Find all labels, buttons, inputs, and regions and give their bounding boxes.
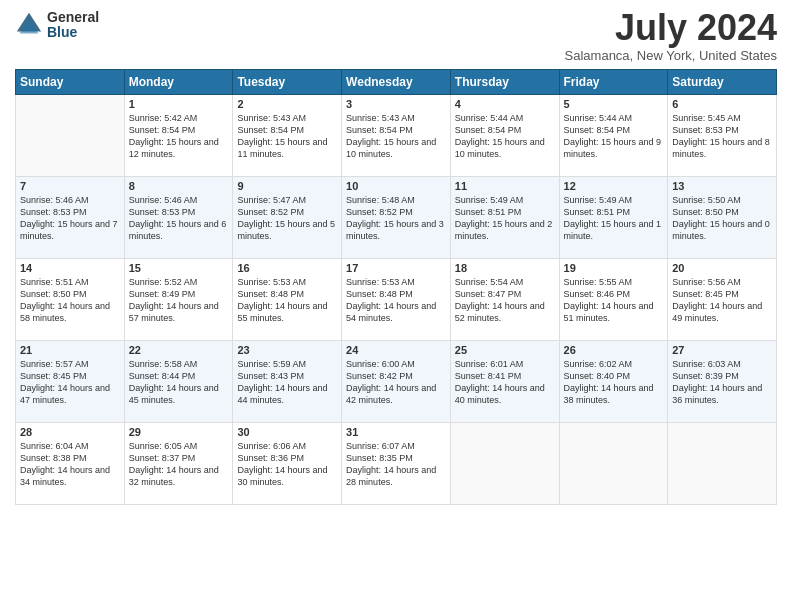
day-info: Sunrise: 5:50 AM Sunset: 8:50 PM Dayligh…: [672, 194, 772, 243]
day-number: 2: [237, 98, 337, 110]
day-info: Sunrise: 5:49 AM Sunset: 8:51 PM Dayligh…: [564, 194, 664, 243]
col-thursday: Thursday: [450, 70, 559, 95]
day-number: 22: [129, 344, 229, 356]
table-row: 12Sunrise: 5:49 AM Sunset: 8:51 PM Dayli…: [559, 177, 668, 259]
day-info: Sunrise: 6:07 AM Sunset: 8:35 PM Dayligh…: [346, 440, 446, 489]
day-info: Sunrise: 5:55 AM Sunset: 8:46 PM Dayligh…: [564, 276, 664, 325]
day-number: 21: [20, 344, 120, 356]
day-number: 7: [20, 180, 120, 192]
table-row: 30Sunrise: 6:06 AM Sunset: 8:36 PM Dayli…: [233, 423, 342, 505]
day-number: 1: [129, 98, 229, 110]
logo-text: General Blue: [47, 10, 99, 41]
day-number: 12: [564, 180, 664, 192]
calendar-week-row: 21Sunrise: 5:57 AM Sunset: 8:45 PM Dayli…: [16, 341, 777, 423]
day-number: 15: [129, 262, 229, 274]
day-info: Sunrise: 5:54 AM Sunset: 8:47 PM Dayligh…: [455, 276, 555, 325]
day-number: 16: [237, 262, 337, 274]
table-row: 31Sunrise: 6:07 AM Sunset: 8:35 PM Dayli…: [342, 423, 451, 505]
day-number: 10: [346, 180, 446, 192]
day-info: Sunrise: 5:59 AM Sunset: 8:43 PM Dayligh…: [237, 358, 337, 407]
table-row: 24Sunrise: 6:00 AM Sunset: 8:42 PM Dayli…: [342, 341, 451, 423]
day-info: Sunrise: 5:45 AM Sunset: 8:53 PM Dayligh…: [672, 112, 772, 161]
table-row: 15Sunrise: 5:52 AM Sunset: 8:49 PM Dayli…: [124, 259, 233, 341]
day-number: 26: [564, 344, 664, 356]
table-row: [16, 95, 125, 177]
day-info: Sunrise: 5:43 AM Sunset: 8:54 PM Dayligh…: [237, 112, 337, 161]
table-row: 5Sunrise: 5:44 AM Sunset: 8:54 PM Daylig…: [559, 95, 668, 177]
table-row: 6Sunrise: 5:45 AM Sunset: 8:53 PM Daylig…: [668, 95, 777, 177]
day-info: Sunrise: 6:02 AM Sunset: 8:40 PM Dayligh…: [564, 358, 664, 407]
day-info: Sunrise: 5:43 AM Sunset: 8:54 PM Dayligh…: [346, 112, 446, 161]
table-row: 8Sunrise: 5:46 AM Sunset: 8:53 PM Daylig…: [124, 177, 233, 259]
table-row: 11Sunrise: 5:49 AM Sunset: 8:51 PM Dayli…: [450, 177, 559, 259]
day-info: Sunrise: 5:46 AM Sunset: 8:53 PM Dayligh…: [20, 194, 120, 243]
col-wednesday: Wednesday: [342, 70, 451, 95]
day-number: 29: [129, 426, 229, 438]
day-number: 11: [455, 180, 555, 192]
table-row: 14Sunrise: 5:51 AM Sunset: 8:50 PM Dayli…: [16, 259, 125, 341]
table-row: 1Sunrise: 5:42 AM Sunset: 8:54 PM Daylig…: [124, 95, 233, 177]
table-row: 25Sunrise: 6:01 AM Sunset: 8:41 PM Dayli…: [450, 341, 559, 423]
table-row: 9Sunrise: 5:47 AM Sunset: 8:52 PM Daylig…: [233, 177, 342, 259]
day-info: Sunrise: 6:01 AM Sunset: 8:41 PM Dayligh…: [455, 358, 555, 407]
calendar-header-row: Sunday Monday Tuesday Wednesday Thursday…: [16, 70, 777, 95]
day-number: 30: [237, 426, 337, 438]
day-info: Sunrise: 5:49 AM Sunset: 8:51 PM Dayligh…: [455, 194, 555, 243]
table-row: 4Sunrise: 5:44 AM Sunset: 8:54 PM Daylig…: [450, 95, 559, 177]
table-row: 10Sunrise: 5:48 AM Sunset: 8:52 PM Dayli…: [342, 177, 451, 259]
table-row: 29Sunrise: 6:05 AM Sunset: 8:37 PM Dayli…: [124, 423, 233, 505]
day-info: Sunrise: 5:51 AM Sunset: 8:50 PM Dayligh…: [20, 276, 120, 325]
table-row: 27Sunrise: 6:03 AM Sunset: 8:39 PM Dayli…: [668, 341, 777, 423]
day-info: Sunrise: 6:05 AM Sunset: 8:37 PM Dayligh…: [129, 440, 229, 489]
calendar-table: Sunday Monday Tuesday Wednesday Thursday…: [15, 69, 777, 505]
day-number: 28: [20, 426, 120, 438]
logo-blue: Blue: [47, 25, 99, 40]
day-number: 14: [20, 262, 120, 274]
table-row: 22Sunrise: 5:58 AM Sunset: 8:44 PM Dayli…: [124, 341, 233, 423]
day-number: 13: [672, 180, 772, 192]
day-number: 23: [237, 344, 337, 356]
logo-general: General: [47, 10, 99, 25]
table-row: 13Sunrise: 5:50 AM Sunset: 8:50 PM Dayli…: [668, 177, 777, 259]
day-info: Sunrise: 5:44 AM Sunset: 8:54 PM Dayligh…: [455, 112, 555, 161]
col-sunday: Sunday: [16, 70, 125, 95]
table-row: 18Sunrise: 5:54 AM Sunset: 8:47 PM Dayli…: [450, 259, 559, 341]
day-number: 31: [346, 426, 446, 438]
table-row: 17Sunrise: 5:53 AM Sunset: 8:48 PM Dayli…: [342, 259, 451, 341]
table-row: [559, 423, 668, 505]
col-tuesday: Tuesday: [233, 70, 342, 95]
page: General Blue July 2024 Salamanca, New Yo…: [0, 0, 792, 612]
table-row: 3Sunrise: 5:43 AM Sunset: 8:54 PM Daylig…: [342, 95, 451, 177]
day-info: Sunrise: 5:53 AM Sunset: 8:48 PM Dayligh…: [237, 276, 337, 325]
table-row: 23Sunrise: 5:59 AM Sunset: 8:43 PM Dayli…: [233, 341, 342, 423]
location-subtitle: Salamanca, New York, United States: [565, 48, 777, 63]
calendar-week-row: 28Sunrise: 6:04 AM Sunset: 8:38 PM Dayli…: [16, 423, 777, 505]
day-number: 20: [672, 262, 772, 274]
day-info: Sunrise: 5:52 AM Sunset: 8:49 PM Dayligh…: [129, 276, 229, 325]
header: General Blue July 2024 Salamanca, New Yo…: [15, 10, 777, 63]
logo: General Blue: [15, 10, 99, 41]
day-info: Sunrise: 6:06 AM Sunset: 8:36 PM Dayligh…: [237, 440, 337, 489]
day-number: 17: [346, 262, 446, 274]
day-info: Sunrise: 6:03 AM Sunset: 8:39 PM Dayligh…: [672, 358, 772, 407]
logo-icon: [15, 11, 43, 39]
table-row: 19Sunrise: 5:55 AM Sunset: 8:46 PM Dayli…: [559, 259, 668, 341]
day-number: 3: [346, 98, 446, 110]
day-number: 9: [237, 180, 337, 192]
table-row: 21Sunrise: 5:57 AM Sunset: 8:45 PM Dayli…: [16, 341, 125, 423]
day-info: Sunrise: 6:00 AM Sunset: 8:42 PM Dayligh…: [346, 358, 446, 407]
table-row: 28Sunrise: 6:04 AM Sunset: 8:38 PM Dayli…: [16, 423, 125, 505]
col-friday: Friday: [559, 70, 668, 95]
day-info: Sunrise: 5:47 AM Sunset: 8:52 PM Dayligh…: [237, 194, 337, 243]
day-info: Sunrise: 5:56 AM Sunset: 8:45 PM Dayligh…: [672, 276, 772, 325]
day-info: Sunrise: 5:44 AM Sunset: 8:54 PM Dayligh…: [564, 112, 664, 161]
day-info: Sunrise: 5:48 AM Sunset: 8:52 PM Dayligh…: [346, 194, 446, 243]
table-row: 2Sunrise: 5:43 AM Sunset: 8:54 PM Daylig…: [233, 95, 342, 177]
table-row: 7Sunrise: 5:46 AM Sunset: 8:53 PM Daylig…: [16, 177, 125, 259]
calendar-week-row: 14Sunrise: 5:51 AM Sunset: 8:50 PM Dayli…: [16, 259, 777, 341]
col-monday: Monday: [124, 70, 233, 95]
day-info: Sunrise: 5:57 AM Sunset: 8:45 PM Dayligh…: [20, 358, 120, 407]
table-row: 16Sunrise: 5:53 AM Sunset: 8:48 PM Dayli…: [233, 259, 342, 341]
day-info: Sunrise: 6:04 AM Sunset: 8:38 PM Dayligh…: [20, 440, 120, 489]
table-row: [450, 423, 559, 505]
